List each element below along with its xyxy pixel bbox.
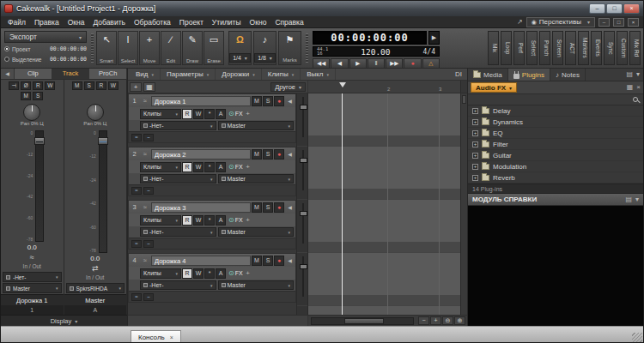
audio-fx-dropdown[interactable]: Audio FX: [471, 82, 517, 93]
track-input-select[interactable]: -Нет-: [140, 280, 216, 290]
track-lane[interactable]: [308, 200, 460, 253]
zoom-out-button[interactable]: −: [418, 316, 429, 325]
tempo-value[interactable]: 120.00: [332, 47, 418, 57]
track-block[interactable]: 2 ≈ Дорожка 2 M S ● ◀ Клипы R: [128, 147, 296, 196]
automation-icon[interactable]: ≈: [131, 134, 142, 141]
transport-button[interactable]: ◀: [331, 58, 348, 69]
tool-button[interactable]: + Move: [139, 31, 160, 65]
view-menu-item[interactable]: Дорожки: [216, 69, 262, 80]
mute-button[interactable]: M: [252, 149, 262, 159]
track-block[interactable]: 4 ≈ Дорожка 4 M S ● ◀ Клипы R: [128, 253, 296, 303]
view-menu-item[interactable]: Вид: [130, 69, 161, 80]
module-tab[interactable]: Mix Rd: [629, 31, 641, 65]
strip-button[interactable]: ⊣: [9, 81, 19, 90]
display-selector[interactable]: Display: [1, 315, 127, 326]
tab-clip[interactable]: Clip: [15, 69, 52, 79]
track-name[interactable]: Дорожка 3: [151, 202, 251, 213]
resize-grip[interactable]: [632, 333, 642, 343]
clips-splitter[interactable]: [460, 93, 467, 315]
menu-item[interactable]: Обработка: [130, 18, 175, 27]
track-output-select[interactable]: Master: [218, 227, 295, 237]
module-separator[interactable]: [306, 33, 308, 63]
automation-icon[interactable]: ~: [143, 240, 154, 248]
clips-dropdown[interactable]: Клипы: [140, 268, 181, 279]
track-lane[interactable]: [308, 93, 460, 147]
solo-button[interactable]: S: [263, 96, 273, 106]
automation-read-button[interactable]: R: [182, 215, 192, 226]
module-tab[interactable]: Events: [591, 31, 602, 65]
automation-read-button[interactable]: R: [182, 162, 192, 172]
speaker-icon[interactable]: ◀: [285, 257, 295, 263]
search-icon[interactable]: [633, 97, 638, 102]
module-tab[interactable]: Custom: [617, 31, 628, 65]
collapse-icon[interactable]: ◀: [1, 69, 15, 79]
dropdown-icon[interactable]: ▾: [635, 196, 639, 204]
track-input-select[interactable]: -Нет-: [140, 174, 216, 184]
tab-proch[interactable]: ProCh: [89, 69, 127, 79]
tree-folder[interactable]: Delay: [468, 105, 643, 117]
route-select[interactable]: Master: [3, 283, 62, 293]
now-marker[interactable]: [339, 82, 346, 91]
menu-item[interactable]: Утилиты: [208, 18, 246, 27]
track-output-select[interactable]: Master: [218, 174, 295, 184]
tree-folder[interactable]: Guitar: [468, 150, 643, 161]
strip-button[interactable]: M: [21, 92, 31, 100]
fx-power-icon[interactable]: ⊙: [228, 110, 234, 117]
automation-write-button[interactable]: W: [193, 215, 204, 226]
module-tab[interactable]: Markers: [578, 31, 589, 65]
fx-power-icon[interactable]: ⊙: [228, 216, 234, 224]
track-output-select[interactable]: Master: [218, 280, 295, 290]
snap-control[interactable]: Ω 1/4: [228, 31, 252, 65]
grid-icon[interactable]: ▤: [626, 70, 633, 79]
fx-star-button[interactable]: *: [204, 215, 215, 226]
assign-button[interactable]: A: [216, 162, 226, 172]
add-fx-button[interactable]: +: [244, 110, 252, 117]
markers-control[interactable]: ⚑ Marks: [278, 31, 301, 65]
fader-handle[interactable]: [34, 137, 45, 145]
export-scope-row[interactable]: Выделение 00:00:00:00: [4, 55, 87, 63]
mini-fader[interactable]: [297, 253, 307, 306]
assign-button[interactable]: A: [216, 109, 226, 119]
mute-button[interactable]: M: [252, 202, 262, 213]
strip-name[interactable]: Дорожка 1: [1, 294, 64, 305]
fx-power-icon[interactable]: ⊙: [228, 163, 234, 171]
fx-label[interactable]: FX: [235, 164, 243, 170]
search-bar[interactable]: [468, 94, 643, 105]
automation-write-button[interactable]: W: [193, 109, 204, 119]
tab-notes[interactable]: Notes: [550, 69, 586, 81]
strip-name[interactable]: Master: [64, 294, 127, 305]
horizontal-scrollbar[interactable]: [311, 317, 414, 325]
record-arm-button[interactable]: ●: [274, 256, 284, 266]
speaker-icon[interactable]: ◀: [285, 98, 295, 104]
menu-item[interactable]: Проект: [175, 18, 208, 27]
fx-star-button[interactable]: *: [204, 162, 215, 172]
volume-value[interactable]: 0.0: [1, 244, 64, 253]
expand-icon[interactable]: [472, 130, 478, 136]
mdi-close-button[interactable]: ×: [628, 18, 639, 27]
automation-icon[interactable]: ≈: [131, 293, 142, 301]
export-dropdown[interactable]: Экспорт: [4, 31, 87, 43]
expand-icon[interactable]: [472, 108, 478, 114]
volume-value[interactable]: 0.0: [64, 255, 127, 264]
fx-power-icon[interactable]: ⊙: [228, 269, 234, 277]
strip-button[interactable]: R: [33, 81, 43, 90]
pan-knob[interactable]: [87, 104, 104, 121]
record-arm-button[interactable]: ●: [274, 96, 284, 106]
strip-button[interactable]: Ø: [21, 81, 31, 90]
solo-button[interactable]: S: [263, 149, 273, 159]
tool-button[interactable]: I Select: [118, 31, 138, 65]
radio-icon[interactable]: [4, 46, 9, 51]
magnify-in-icon[interactable]: ⊕: [454, 316, 465, 325]
module-tab[interactable]: Select: [526, 31, 538, 65]
speaker-icon[interactable]: ◀: [285, 151, 295, 157]
expand-icon[interactable]: [472, 164, 478, 170]
automation-icon[interactable]: ≈: [131, 240, 142, 248]
tree-folder[interactable]: Modulation: [468, 161, 643, 172]
transport-button[interactable]: ▶: [349, 58, 367, 69]
strip-button[interactable]: S: [33, 92, 43, 100]
zoom-in-button[interactable]: +: [430, 316, 441, 325]
pan-knob[interactable]: [23, 104, 40, 121]
automation-icon[interactable]: ≈: [131, 187, 142, 195]
mini-fader[interactable]: [297, 93, 307, 147]
transport-button[interactable]: ◀◀: [313, 58, 330, 69]
